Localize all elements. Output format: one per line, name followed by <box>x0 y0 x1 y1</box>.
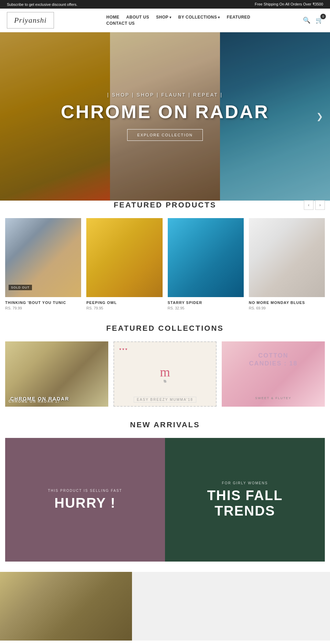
collection-card-0[interactable]: CHROME ON RADAR CHROME ON RADAR'17 <box>5 341 108 407</box>
search-icon[interactable]: 🔍 <box>303 16 310 24</box>
product-card-0[interactable]: SOLD OUT THINKING 'BOUT YOU TUNIC RS. 79… <box>5 218 81 310</box>
nav-row-1: HOME ABOUT US SHOP BY COLLECTIONS FEATUR… <box>106 15 250 20</box>
nav-shop[interactable]: SHOP <box>156 15 172 20</box>
product-price-2: RS. 32.95 <box>168 306 244 310</box>
product-price-0: RS. 79.99 <box>5 306 81 310</box>
product-name-2: STARRY SPIDER <box>168 301 244 305</box>
collections-grid: CHROME ON RADAR CHROME ON RADAR'17 ♥ ♥ ♥… <box>5 341 325 407</box>
arrival-card-1[interactable]: FOR GIRLY WOMENS THIS FALL TRENDS <box>165 438 325 562</box>
collection-card-2[interactable]: COTTONCANDIES : 18 SWEET & FLUTEY <box>222 341 325 407</box>
arrival-big-0: HURRY ! <box>54 495 116 511</box>
product-price-3: RS. 69.99 <box>249 306 325 310</box>
arrival-small-0: THIS PRODUCT IS SELLING FAST <box>48 489 122 493</box>
collection-card-1[interactable]: ♥ ♥ ♥ m 🐘 EASY BREEZY MUMMA'18 <box>113 341 217 407</box>
badge-desc: 🐘 <box>160 380 170 383</box>
new-arrivals-title: NEW ARRIVALS <box>5 420 325 429</box>
teaser-right <box>132 572 330 641</box>
hero-title: CHROME ON RADAR <box>61 101 269 122</box>
product-price-1: RS. 79.95 <box>86 306 162 310</box>
site-logo[interactable]: Priyanshi <box>7 12 54 29</box>
arrival-small-1: FOR GIRLY WOMENS <box>222 481 268 485</box>
arrivals-grid: THIS PRODUCT IS SELLING FAST HURRY ! FOR… <box>5 438 325 562</box>
header-icons: 🔍 🛒 0 <box>303 16 323 24</box>
hero-subtitle: | SHOP | SHOP | FLAUNT | REPEAT | <box>61 92 269 98</box>
nav-row-2: CONTACT US <box>106 21 250 26</box>
product-image-0: SOLD OUT <box>5 218 81 297</box>
product-card-3[interactable]: NO MORE MONDAY BLUES RS. 69.99 <box>249 218 325 310</box>
cart-icon-wrapper[interactable]: 🛒 0 <box>316 16 323 24</box>
nav-featured[interactable]: FEATURED <box>227 15 250 20</box>
bottom-teaser <box>0 572 330 641</box>
product-image-1 <box>86 218 162 297</box>
site-header: Priyanshi HOME ABOUT US SHOP BY COLLECTI… <box>0 9 330 32</box>
hearts-icon: ♥ ♥ ♥ <box>119 347 127 351</box>
product-card-1[interactable]: PEEPING OWL RS. 79.95 <box>86 218 162 310</box>
cotton-text: COTTONCANDIES : 18 <box>249 352 297 368</box>
hero-banner: | SHOP | SHOP | FLAUNT | REPEAT | CHROME… <box>0 32 330 201</box>
logo-text: Priyanshi <box>14 16 47 24</box>
main-nav: HOME ABOUT US SHOP BY COLLECTIONS FEATUR… <box>106 15 250 26</box>
product-name-1: PEEPING OWL <box>86 301 162 305</box>
badge-subtitle: EASY BREEZY MUMMA'18 <box>134 397 196 403</box>
announcement-left: Subscribe to get exclusive discount offe… <box>7 2 77 7</box>
product-name-0: THINKING 'BOUT YOU TUNIC <box>5 301 81 305</box>
product-image-3 <box>249 218 325 297</box>
hero-cta-button[interactable]: EXPLORE COLLECTION <box>127 129 202 141</box>
badge-letter: m <box>160 365 170 379</box>
badge-subtitle-wrapper: EASY BREEZY MUMMA'18 <box>114 396 216 403</box>
products-grid: SOLD OUT THINKING 'BOUT YOU TUNIC RS. 79… <box>5 218 325 310</box>
announcement-right: Free Shipping On All Orders Over ₹3500 <box>255 2 323 7</box>
collection-badge-1: m 🐘 <box>160 365 170 383</box>
featured-collections-title: FEATURED COLLECTIONS <box>5 324 325 333</box>
teaser-left <box>0 572 132 641</box>
cotton-label: SWEET & FLUTEY <box>255 396 291 400</box>
products-next-arrow[interactable]: › <box>315 200 325 210</box>
products-prev-arrow[interactable]: ‹ <box>304 200 314 210</box>
arrival-big-1: THIS FALL TRENDS <box>175 488 315 519</box>
hero-next-arrow[interactable]: ❯ <box>316 112 323 121</box>
nav-about-us[interactable]: ABOUT US <box>126 15 149 20</box>
featured-products-title: FEATURED PRODUCTS <box>114 201 217 210</box>
featured-products-header: FEATURED PRODUCTS ‹ › <box>5 201 325 210</box>
product-image-2 <box>168 218 244 297</box>
hero-content: | SHOP | SHOP | FLAUNT | REPEAT | CHROME… <box>61 92 269 141</box>
announcement-bar: Subscribe to get exclusive discount offe… <box>0 0 330 9</box>
nav-contact-us[interactable]: CONTACT US <box>106 21 135 26</box>
collection-watermark-0: CHROME ON RADAR'17 <box>9 399 60 403</box>
sold-out-badge-0: SOLD OUT <box>9 285 32 290</box>
featured-collections-section: FEATURED COLLECTIONS CHROME ON RADAR CHR… <box>0 324 330 407</box>
arrival-card-0[interactable]: THIS PRODUCT IS SELLING FAST HURRY ! <box>5 438 165 562</box>
product-card-2[interactable]: STARRY SPIDER RS. 32.95 <box>168 218 244 310</box>
cotton-title: COTTONCANDIES : 18 <box>249 352 297 367</box>
featured-products-section: FEATURED PRODUCTS ‹ › SOLD OUT THINKING … <box>0 201 330 310</box>
nav-by-collections[interactable]: BY COLLECTIONS <box>178 15 220 20</box>
new-arrivals-section: NEW ARRIVALS THIS PRODUCT IS SELLING FAS… <box>0 420 330 562</box>
cart-count: 0 <box>320 14 326 19</box>
product-name-3: NO MORE MONDAY BLUES <box>249 301 325 305</box>
products-nav-arrows: ‹ › <box>304 200 325 210</box>
nav-home[interactable]: HOME <box>106 15 119 20</box>
